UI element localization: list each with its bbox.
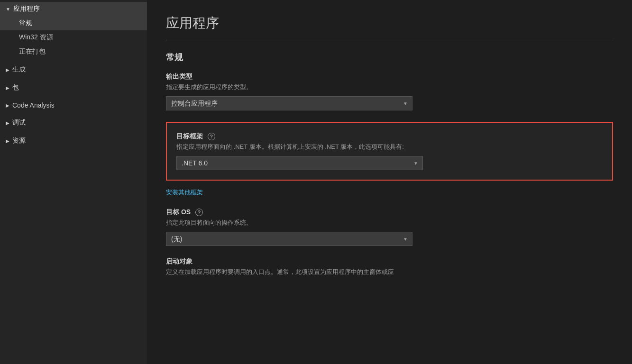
output-type-desc: 指定要生成的应用程序的类型。 xyxy=(166,83,613,91)
target-os-select[interactable]: (无) xyxy=(166,232,412,246)
startup-object-label: 启动对象 xyxy=(166,257,613,266)
sidebar-item-package[interactable]: ▶ 包 xyxy=(0,81,147,95)
install-frameworks-link[interactable]: 安装其他框架 xyxy=(166,188,203,197)
sidebar-group-label-build: 生成 xyxy=(12,65,26,74)
sidebar-group-label-application: 应用程序 xyxy=(13,5,40,13)
sidebar-group-label-package: 包 xyxy=(12,83,19,92)
target-framework-block: 目标框架 ? 指定应用程序面向的 .NET 版本。根据计算机上安装的 .NET … xyxy=(166,122,613,181)
output-type-select[interactable]: 控制台应用程序 xyxy=(166,96,412,110)
output-type-select-wrapper: 控制台应用程序 xyxy=(166,96,412,110)
startup-object-block: 启动对象 定义在加载应用程序时要调用的入口点。通常，此项设置为应用程序中的主窗体… xyxy=(166,257,613,276)
sidebar-item-debug[interactable]: ▶ 调试 xyxy=(0,116,147,130)
sidebar-group-application: ▼ 应用程序 常规 Win32 资源 正在打包 xyxy=(0,0,147,61)
sidebar-item-resources[interactable]: ▶ 资源 xyxy=(0,134,147,148)
sidebar-group-label-code-analysis: Code Analysis xyxy=(12,101,55,109)
target-os-help-icon[interactable]: ? xyxy=(195,209,203,216)
sidebar-group-debug: ▶ 调试 xyxy=(0,114,147,132)
sidebar-sub-label-general: 常规 xyxy=(19,19,32,27)
target-framework-desc: 指定应用程序面向的 .NET 版本。根据计算机上安装的 .NET 版本，此选项可… xyxy=(176,143,603,151)
output-type-block: 输出类型 指定要生成的应用程序的类型。 控制台应用程序 xyxy=(166,73,613,110)
section-title: 常规 xyxy=(166,52,613,63)
target-os-select-wrapper: (无) xyxy=(166,232,412,246)
target-framework-select-wrapper: .NET 6.0 xyxy=(176,156,423,170)
arrow-icon-build: ▶ xyxy=(6,67,9,73)
sidebar: ▼ 应用程序 常规 Win32 资源 正在打包 ▶ 生成 ▶ 包 ▶ Code … xyxy=(0,0,147,364)
page-divider xyxy=(166,40,613,40)
sidebar-group-build: ▶ 生成 xyxy=(0,61,147,79)
sidebar-group-label-resources: 资源 xyxy=(12,136,26,145)
sidebar-group-resources: ▶ 资源 xyxy=(0,132,147,150)
target-framework-help-icon[interactable]: ? xyxy=(208,133,215,140)
target-framework-label: 目标框架 ? xyxy=(176,132,603,141)
sidebar-group-label-debug: 调试 xyxy=(12,118,26,127)
target-os-block: 目标 OS ? 指定此项目将面向的操作系统。 (无) xyxy=(166,208,613,246)
arrow-icon-debug: ▶ xyxy=(6,120,9,126)
startup-object-desc: 定义在加载应用程序时要调用的入口点。通常，此项设置为应用程序中的主窗体或应 xyxy=(166,268,613,276)
arrow-icon-resources: ▶ xyxy=(6,138,9,144)
target-framework-select[interactable]: .NET 6.0 xyxy=(176,156,423,170)
arrow-icon-application: ▼ xyxy=(6,7,10,12)
target-os-desc: 指定此项目将面向的操作系统。 xyxy=(166,218,613,227)
sidebar-group-code-analysis: ▶ Code Analysis xyxy=(0,97,147,114)
arrow-icon-package: ▶ xyxy=(6,85,9,91)
sidebar-sub-label-win32: Win32 资源 xyxy=(19,33,53,41)
target-os-label: 目标 OS ? xyxy=(166,208,613,217)
sidebar-group-package: ▶ 包 xyxy=(0,79,147,97)
sidebar-sub-item-general[interactable]: 常规 xyxy=(0,16,147,30)
arrow-icon-code-analysis: ▶ xyxy=(6,103,9,108)
output-type-label: 输出类型 xyxy=(166,73,613,81)
sidebar-item-build[interactable]: ▶ 生成 xyxy=(0,63,147,77)
target-os-label-text: 目标 OS xyxy=(166,208,191,216)
sidebar-item-application[interactable]: ▼ 应用程序 xyxy=(0,2,147,16)
sidebar-sub-item-packaging[interactable]: 正在打包 xyxy=(0,45,147,59)
sidebar-sub-item-win32[interactable]: Win32 资源 xyxy=(0,30,147,45)
page-title: 应用程序 xyxy=(166,14,613,32)
target-framework-label-text: 目标框架 xyxy=(176,132,203,140)
sidebar-item-code-analysis[interactable]: ▶ Code Analysis xyxy=(0,99,147,112)
sidebar-sub-label-packaging: 正在打包 xyxy=(19,47,46,55)
main-content: 应用程序 常规 输出类型 指定要生成的应用程序的类型。 控制台应用程序 目标框架… xyxy=(147,0,632,364)
